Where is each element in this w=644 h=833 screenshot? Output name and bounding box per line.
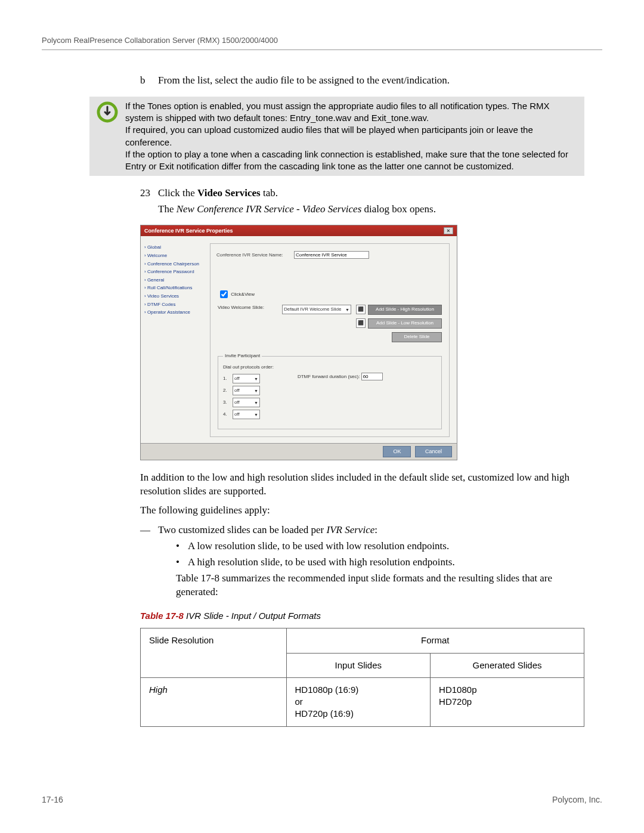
step-23-bold: Video Services (197, 187, 261, 199)
dash1-post: : (374, 524, 377, 535)
add-slide-high-button[interactable]: Add Slide - High Resolution (368, 305, 442, 315)
format-table: Slide Resolution Format Input Slides Gen… (140, 628, 584, 726)
page-number: 17-16 (42, 795, 63, 804)
proto-select[interactable]: off▼ (233, 398, 260, 407)
welcome-slide-label: Video Welcome Slide: (218, 305, 277, 311)
after-p3: Table 17-8 summarizes the recommended in… (176, 572, 584, 599)
welcome-slide-value: Default IVR Welcome Slide (284, 306, 341, 313)
td-high-input: HD1080p (16:9) or HD720p (16:9) (286, 677, 431, 726)
info-icon (89, 100, 125, 173)
dtmf-duration-label: DTMF forward duration (sec): (298, 374, 360, 379)
th-output: Generated Slides (431, 653, 584, 677)
chevron-down-icon: ▼ (345, 307, 349, 312)
step-b-text: From the list, select the audio file to … (158, 74, 584, 88)
th-input: Input Slides (286, 653, 431, 677)
step-23-number: 23 (140, 187, 158, 200)
step-23-sub: The New Conference IVR Service - Video S… (158, 203, 584, 216)
ok-button[interactable]: OK (383, 446, 411, 457)
proto-select[interactable]: off▼ (233, 386, 260, 395)
service-name-label: Conference IVR Service Name: (216, 252, 294, 259)
dash: — (140, 524, 158, 537)
table-caption-rest: IVR Slide - Input / Output Formats (184, 611, 321, 621)
proto-select[interactable]: off▼ (233, 374, 260, 383)
sidebar-item-welcome[interactable]: Welcome (144, 252, 206, 260)
table-caption-num: Table 17-8 (140, 611, 184, 621)
bullet-2: A high resolution slide, to be used with… (188, 556, 584, 569)
step-b-label: b (140, 74, 158, 88)
bullet-1: A low resolution slide, to be used with … (188, 540, 584, 553)
dialog: Conference IVR Service Properties × Glob… (140, 225, 457, 460)
invite-legend: Invite Participant (223, 353, 262, 360)
note-line2: If required, you can upload customized a… (125, 124, 578, 148)
dash1-pre: Two customized slides can be loaded per (158, 524, 327, 535)
step-23-text: Click the Video Services tab. (158, 187, 584, 200)
step-23-sub-ital: New Conference IVR Service - Video Servi… (177, 203, 362, 215)
td-high-label: High (141, 677, 287, 726)
step-23-post: tab. (261, 187, 278, 199)
image-icon[interactable]: ⬛ (356, 318, 366, 328)
bullet-dot: • (176, 556, 188, 569)
after-p2: The following guidelines apply: (140, 504, 584, 518)
close-icon[interactable]: × (444, 227, 453, 234)
clickview-group: Click&View Video Welcome Slide: Default … (218, 289, 442, 342)
sidebar-item-dtmf[interactable]: DTMF Codes (144, 301, 206, 309)
sidebar-item-operator[interactable]: Operator Assistance (144, 308, 206, 317)
footer-company: Polycom, Inc. (552, 795, 602, 804)
step-23-sub-post: dialog box opens. (361, 203, 436, 215)
dialog-title-text: Conference IVR Service Properties (144, 227, 233, 234)
proto-select[interactable]: off▼ (233, 410, 260, 419)
table-caption: Table 17-8 IVR Slide - Input / Output Fo… (140, 610, 584, 622)
proto-number: 4. (223, 411, 230, 418)
sidebar-item-video[interactable]: Video Services (144, 292, 206, 301)
after-p1: In addition to the low and high resoluti… (140, 471, 584, 498)
th-format: Format (286, 628, 584, 653)
sidebar-item-general[interactable]: General (144, 276, 206, 284)
sidebar-item-password[interactable]: Conference Password (144, 268, 206, 276)
cancel-button[interactable]: Cancel (415, 446, 452, 457)
image-icon[interactable]: ⬛ (356, 305, 366, 314)
clickview-label: Click&View (231, 292, 255, 297)
sidebar-item-global[interactable]: Global (144, 243, 206, 252)
note-line3: If the option to play a tone when a casc… (125, 148, 578, 173)
th-slide-res: Slide Resolution (141, 628, 287, 678)
delete-slide-button[interactable]: Delete Slide (392, 332, 442, 342)
clickview-checkbox[interactable] (220, 290, 228, 298)
step-23-pre: Click the (158, 187, 197, 199)
bullet-dot: • (176, 540, 188, 553)
step-23-sub-pre: The (158, 203, 177, 215)
sidebar-item-rollcall[interactable]: Roll Call/Notifications (144, 284, 206, 292)
add-slide-low-button[interactable]: Add Slide - Low Resolution (368, 318, 442, 329)
page-header: Polycom RealPresence Collaboration Serve… (42, 36, 602, 50)
dtmf-duration-input[interactable] (361, 373, 383, 380)
dialout-label: Dial out protocols order: (223, 364, 274, 371)
note-line1: If the Tones option is enabled, you must… (125, 100, 578, 125)
dash1-ital: IVR Service (327, 524, 375, 535)
info-note: If the Tones option is enabled, you must… (89, 97, 584, 176)
invite-group: Invite Participant Dial out protocols or… (218, 353, 442, 430)
proto-number: 3. (223, 400, 230, 406)
sidebar-item-chairperson[interactable]: Conference Chairperson (144, 260, 206, 268)
welcome-slide-select[interactable]: Default IVR Welcome Slide▼ (282, 305, 351, 314)
proto-number: 2. (223, 388, 230, 394)
dialog-titlebar: Conference IVR Service Properties × (141, 225, 457, 236)
service-name-input[interactable] (294, 251, 369, 259)
dialog-sidebar: Global Welcome Conference Chairperson Co… (141, 236, 210, 443)
dash-text: Two customized slides can be loaded per … (158, 524, 584, 537)
td-high-output: HD1080p HD720p (431, 677, 584, 726)
proto-number: 1. (223, 376, 230, 382)
